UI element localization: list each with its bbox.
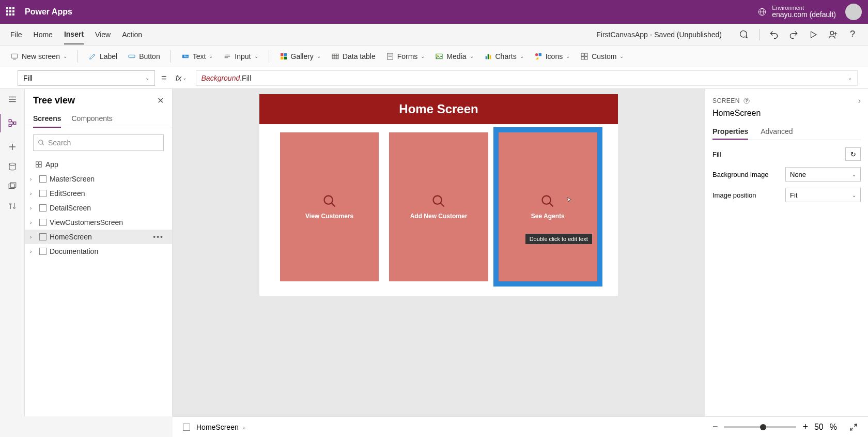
svg-rect-43 xyxy=(9,124,11,127)
app-launcher-icon[interactable] xyxy=(6,7,16,17)
screen-title[interactable]: Home Screen xyxy=(259,94,618,124)
property-selector[interactable]: Fill ⌄ xyxy=(18,70,155,86)
card-see-agents[interactable]: See Agents Double click to edit text xyxy=(499,132,597,281)
icons-button[interactable]: Icons⌄ xyxy=(534,52,570,61)
bottom-screen-select[interactable]: HomeScreen ⌄ xyxy=(196,423,246,431)
environment-picker[interactable]: Environment enayu.com (default) xyxy=(757,5,836,19)
prop-imgpos-label: Image position xyxy=(712,191,756,199)
tree-item-label: MasterScreen xyxy=(50,175,95,183)
tree-view-icon[interactable] xyxy=(0,114,24,132)
prop-bgimage-label: Background image xyxy=(712,171,768,178)
app-icon xyxy=(35,161,42,168)
canvas-area[interactable]: Home Screen View Customers Add New Custo… xyxy=(173,89,705,416)
bottom-checkbox[interactable] xyxy=(183,424,190,431)
media-button[interactable]: Media⌄ xyxy=(435,52,473,61)
fx-label[interactable]: fx⌄ xyxy=(173,70,190,86)
formula-input[interactable]: Background.Fill ⌄ xyxy=(196,70,858,86)
svg-point-49 xyxy=(9,163,16,165)
tab-components[interactable]: Components xyxy=(71,110,112,128)
more-icon[interactable]: ••• xyxy=(153,233,164,241)
media-rail-icon[interactable] xyxy=(7,181,18,191)
tools-icon[interactable] xyxy=(7,201,18,211)
menu-insert[interactable]: Insert xyxy=(64,25,84,44)
menu-home[interactable]: Home xyxy=(34,25,53,44)
zoom-out-button[interactable]: − xyxy=(712,421,718,432)
card-add-customer[interactable]: Add New Customer xyxy=(389,132,488,281)
tab-screens[interactable]: Screens xyxy=(33,110,61,128)
gallery-button[interactable]: Gallery⌄ xyxy=(280,52,321,61)
undo-icon[interactable] xyxy=(769,29,779,40)
new-screen-button[interactable]: New screen⌄ xyxy=(10,52,67,61)
fit-to-screen-icon[interactable] xyxy=(849,423,858,431)
table-icon xyxy=(331,52,339,61)
svg-rect-7 xyxy=(11,54,18,58)
tree-app-label: App xyxy=(45,160,58,169)
svg-point-32 xyxy=(535,53,538,56)
svg-rect-17 xyxy=(281,56,283,59)
chevron-right-icon[interactable]: › xyxy=(858,96,861,106)
svg-point-56 xyxy=(39,140,43,144)
svg-line-63 xyxy=(331,203,335,207)
prop-fill-label: Fill xyxy=(712,150,721,158)
menu-view[interactable]: View xyxy=(95,25,111,44)
play-icon[interactable] xyxy=(808,29,818,40)
imgpos-select[interactable]: Fit⌄ xyxy=(785,188,861,202)
hamburger-icon[interactable] xyxy=(7,94,18,104)
share-icon[interactable] xyxy=(828,29,838,40)
zoom-slider[interactable] xyxy=(724,426,796,428)
svg-rect-16 xyxy=(284,53,286,56)
menu-action[interactable]: Action xyxy=(122,25,142,44)
custom-button[interactable]: Custom⌄ xyxy=(580,52,624,61)
app-checker-icon[interactable] xyxy=(739,29,750,40)
new-screen-label: New screen xyxy=(22,52,60,61)
text-button[interactable]: Abc Text⌄ xyxy=(181,52,213,61)
left-rail xyxy=(0,89,25,416)
forms-button[interactable]: Forms⌄ xyxy=(386,52,425,61)
svg-rect-29 xyxy=(485,56,487,59)
zoom-in-button[interactable]: + xyxy=(802,421,808,432)
imgpos-value: Fit xyxy=(790,191,797,199)
ribbon: New screen⌄ Label Button Abc Text⌄ Input… xyxy=(0,46,868,67)
custom-icon xyxy=(580,52,588,61)
fill-color-button[interactable]: ↻ xyxy=(845,147,861,161)
tab-properties[interactable]: Properties xyxy=(712,124,748,140)
svg-text:Abc: Abc xyxy=(183,55,189,58)
bgimage-select[interactable]: None⌄ xyxy=(785,167,861,182)
tree-item-documentation[interactable]: ›Documentation xyxy=(25,244,172,259)
card-label: View Customers xyxy=(305,213,353,220)
menu-file[interactable]: File xyxy=(10,25,22,44)
equals-sign: = xyxy=(161,72,167,83)
user-avatar[interactable] xyxy=(845,4,862,20)
zoom-unit: % xyxy=(830,423,837,432)
close-icon[interactable]: ✕ xyxy=(157,96,164,106)
tree-item-app[interactable]: App xyxy=(25,157,172,172)
tree-item-viewcustomers[interactable]: ›ViewCustomersScreen xyxy=(25,215,172,230)
bottom-bar: HomeScreen ⌄ − + 50 % xyxy=(173,416,868,437)
input-button[interactable]: Input⌄ xyxy=(223,52,258,61)
tree-item-homescreen[interactable]: ›HomeScreen••• xyxy=(25,230,172,244)
add-icon[interactable] xyxy=(7,142,18,152)
canvas-screen[interactable]: Home Screen View Customers Add New Custo… xyxy=(259,94,618,296)
tree-search-input[interactable]: Search xyxy=(33,134,164,151)
card-view-customers[interactable]: View Customers xyxy=(280,132,379,281)
tree-item-master[interactable]: ›MasterScreen xyxy=(25,172,172,186)
help-icon[interactable]: ? xyxy=(847,29,858,40)
menu-bar: File Home Insert View Action FirstCanvas… xyxy=(0,24,868,46)
svg-point-4 xyxy=(830,31,834,35)
screen-icon xyxy=(10,52,19,61)
data-icon[interactable] xyxy=(7,161,18,172)
media-icon xyxy=(435,52,443,61)
element-type: SCREEN xyxy=(712,97,740,104)
charts-button[interactable]: Charts⌄ xyxy=(484,52,524,61)
tree-item-detail[interactable]: ›DetailScreen xyxy=(25,201,172,215)
svg-rect-30 xyxy=(487,54,489,59)
icons-icon xyxy=(534,52,542,61)
tab-advanced[interactable]: Advanced xyxy=(761,124,793,140)
help-icon[interactable]: ? xyxy=(743,97,750,104)
button-button[interactable]: Button xyxy=(128,52,160,61)
redo-icon[interactable] xyxy=(788,29,799,40)
data-table-button[interactable]: Data table xyxy=(331,52,376,61)
tree-item-edit[interactable]: ›EditScreen xyxy=(25,186,172,201)
label-button[interactable]: Label xyxy=(88,52,117,61)
svg-rect-35 xyxy=(581,53,584,56)
